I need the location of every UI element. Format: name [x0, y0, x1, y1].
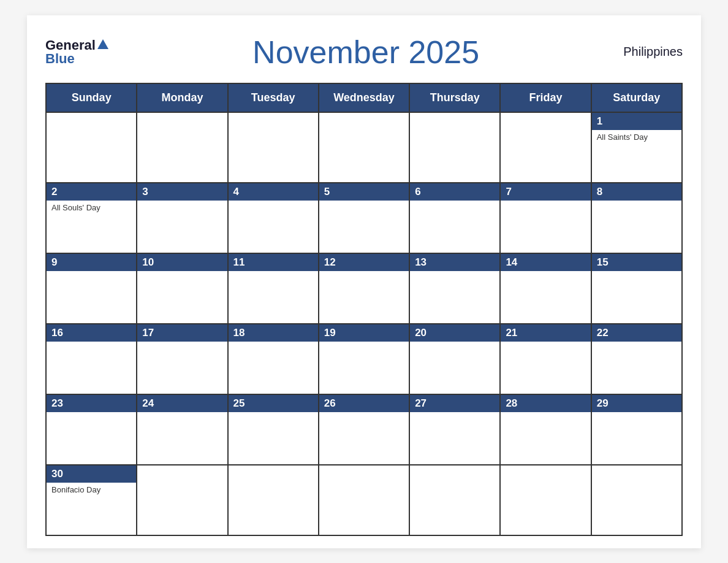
event-label: All Saints' Day [597, 132, 677, 142]
calendar-title: November 2025 [252, 34, 479, 71]
day-cell-1-1: 3 [137, 183, 227, 253]
day-number-4-1: 24 [137, 395, 227, 412]
day-number-0-0 [47, 113, 136, 130]
day-number-2-1: 10 [137, 254, 227, 271]
day-cell-2-5: 14 [500, 253, 591, 324]
week-row-2: 9101112131415 [46, 253, 682, 324]
day-events-5-0: Bonifacio Day [47, 483, 136, 535]
day-number-4-5: 28 [501, 395, 590, 412]
day-number-3-4: 20 [410, 324, 499, 342]
day-cell-0-1 [137, 112, 227, 183]
week-row-0: 1All Saints' Day [46, 112, 682, 183]
day-cell-0-2 [228, 112, 319, 183]
day-number-2-3: 12 [319, 254, 409, 271]
day-cell-3-5: 21 [500, 324, 591, 394]
day-cell-2-6: 15 [591, 253, 682, 324]
header-tuesday: Tuesday [228, 83, 319, 112]
event-label: Bonifacio Day [51, 485, 131, 494]
day-cell-2-0: 9 [46, 253, 137, 324]
day-cell-1-3: 5 [319, 183, 409, 253]
day-cell-4-3: 26 [319, 394, 409, 465]
day-cell-2-2: 11 [228, 253, 319, 324]
day-cell-0-4 [409, 112, 500, 183]
day-cell-3-3: 19 [319, 324, 409, 394]
day-number-4-2: 25 [229, 395, 318, 412]
week-row-4: 23242526272829 [46, 394, 682, 465]
day-cell-5-6 [591, 465, 682, 535]
day-cell-4-4: 27 [409, 394, 500, 465]
day-cell-5-2 [228, 465, 319, 535]
day-cell-4-0: 23 [46, 394, 137, 465]
day-number-3-6: 22 [592, 324, 681, 342]
day-cell-5-0: 30Bonifacio Day [46, 465, 137, 535]
day-number-2-0: 9 [47, 254, 136, 271]
day-number-3-1: 17 [137, 324, 227, 342]
day-number-0-2 [229, 113, 318, 130]
day-number-5-3 [319, 465, 409, 483]
day-number-0-3 [319, 113, 409, 130]
day-number-0-5 [501, 113, 590, 130]
day-events-1-0: All Souls' Day [47, 201, 136, 253]
day-cell-3-6: 22 [591, 324, 682, 394]
event-label: All Souls' Day [51, 203, 131, 212]
day-cell-4-5: 28 [500, 394, 591, 465]
header-monday: Monday [137, 83, 227, 112]
day-number-4-6: 29 [592, 395, 681, 412]
day-number-3-5: 21 [501, 324, 590, 342]
day-cell-3-0: 16 [46, 324, 137, 394]
day-number-3-3: 19 [319, 324, 409, 342]
calendar-header: General Blue November 2025 Philippines [45, 34, 683, 71]
day-cell-4-1: 24 [137, 394, 227, 465]
day-number-5-0: 30 [47, 465, 136, 483]
week-row-1: 2All Souls' Day345678 [46, 183, 682, 253]
calendar-table: Sunday Monday Tuesday Wednesday Thursday… [45, 83, 683, 536]
day-cell-5-1 [137, 465, 227, 535]
day-cell-4-2: 25 [228, 394, 319, 465]
day-cell-1-2: 4 [228, 183, 319, 253]
day-number-1-3: 5 [319, 183, 409, 201]
header-sunday: Sunday [46, 83, 137, 112]
day-number-0-6: 1 [592, 113, 681, 130]
day-cell-3-4: 20 [409, 324, 500, 394]
day-cell-1-4: 6 [409, 183, 500, 253]
logo-blue-text: Blue [45, 51, 75, 67]
day-number-1-1: 3 [137, 183, 227, 201]
country-label: Philippines [623, 45, 683, 59]
day-number-4-3: 26 [319, 395, 409, 412]
day-number-5-1 [137, 465, 227, 483]
day-cell-0-3 [319, 112, 409, 183]
logo-triangle-icon [97, 39, 108, 49]
day-number-4-0: 23 [47, 395, 136, 412]
weekday-header-row: Sunday Monday Tuesday Wednesday Thursday… [46, 83, 682, 112]
day-cell-0-0 [46, 112, 137, 183]
day-cell-2-4: 13 [409, 253, 500, 324]
calendar-container: General Blue November 2025 Philippines S… [27, 15, 701, 548]
day-number-2-5: 14 [501, 254, 590, 271]
day-cell-1-6: 8 [591, 183, 682, 253]
day-number-2-6: 15 [592, 254, 681, 271]
logo: General Blue [45, 37, 108, 67]
header-thursday: Thursday [409, 83, 500, 112]
day-number-5-4 [410, 465, 499, 483]
day-number-2-2: 11 [229, 254, 318, 271]
day-number-5-2 [229, 465, 318, 483]
day-cell-5-5 [500, 465, 591, 535]
day-cell-4-6: 29 [591, 394, 682, 465]
day-number-5-6 [592, 465, 681, 483]
day-cell-2-3: 12 [319, 253, 409, 324]
header-saturday: Saturday [591, 83, 682, 112]
day-cell-0-5 [500, 112, 591, 183]
day-cell-3-2: 18 [228, 324, 319, 394]
day-number-0-4 [410, 113, 499, 130]
day-number-1-0: 2 [47, 183, 136, 201]
day-number-3-0: 16 [47, 324, 136, 342]
day-events-0-6: All Saints' Day [592, 130, 681, 182]
day-number-3-2: 18 [229, 324, 318, 342]
day-number-1-6: 8 [592, 183, 681, 201]
day-cell-5-3 [319, 465, 409, 535]
day-cell-0-6: 1All Saints' Day [591, 112, 682, 183]
header-wednesday: Wednesday [319, 83, 409, 112]
day-cell-1-5: 7 [500, 183, 591, 253]
day-cell-3-1: 17 [137, 324, 227, 394]
day-number-0-1 [137, 113, 227, 130]
